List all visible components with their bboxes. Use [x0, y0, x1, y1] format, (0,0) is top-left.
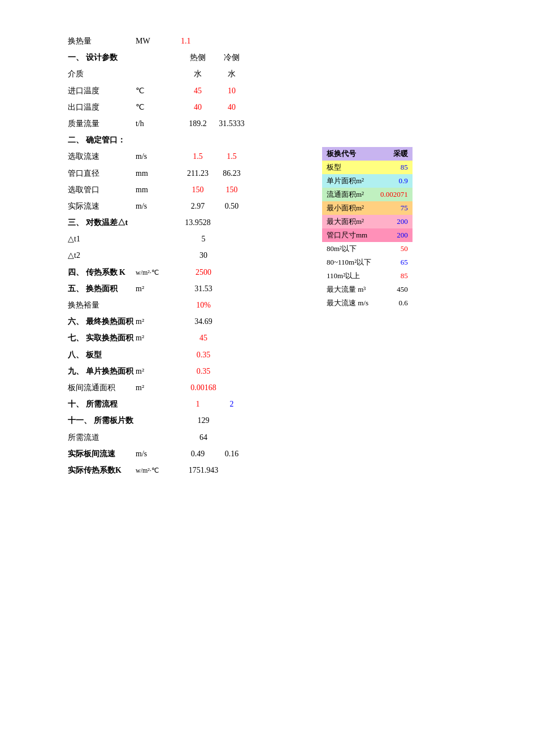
unit-flow-area: m² — [136, 381, 181, 395]
row-mass: 质量流量 t/h 189.2 31.5333 — [45, 116, 305, 131]
label-huanreliang: 换热量 — [68, 34, 136, 48]
rt-row-pipesize: 管口尺寸mm 200 — [322, 228, 413, 242]
row-flow-area: 板间流通面积 m² 0.00168 — [45, 381, 305, 395]
sec11-title: 十一、 所需板片数 — [68, 413, 136, 427]
label-sel-vel: 选取流速 — [68, 149, 136, 163]
row-sel-vel: 选取流速 m/s 1.5 1.5 — [45, 149, 305, 163]
row-act-k: 实际传热系数K w/m²·℃ 1751.943 — [45, 463, 305, 477]
val-sec8: 0.35 — [181, 348, 226, 362]
row-dt1: △t1 5 — [45, 232, 305, 246]
rt-label-minarea: 最小面积m² — [322, 201, 376, 215]
val-sel-pipe-hot: 150 — [181, 183, 215, 197]
val-act-vel-cold: 0.50 — [215, 199, 249, 213]
rt-row-80-110: 80~110m²以下 65 — [322, 256, 413, 269]
sec3-title: 三、 对数温差△t — [68, 215, 136, 230]
val-mass-hot: 189.2 — [181, 116, 215, 131]
unit-sec9: m² — [136, 364, 181, 378]
val-sec10-hot: 1 — [181, 397, 215, 411]
unit-inlet: ℃ — [136, 84, 181, 98]
row-sec5-title: 五、 换热面积 m² 31.53 — [45, 282, 305, 296]
row-channel: 所需流道 64 — [45, 430, 305, 444]
val-act-vel-hot: 2.97 — [181, 199, 215, 213]
label-margin: 换热裕量 — [68, 298, 136, 312]
label-mass: 质量流量 — [68, 116, 136, 131]
rt-row-flow: 流通面积m² 0.002071 — [322, 188, 413, 201]
rt-row-maxflow: 最大流量 m³ 450 — [322, 283, 413, 296]
rt-val-area: 0.9 — [376, 174, 413, 188]
val-sec5: 31.53 — [181, 282, 226, 296]
row-inlet: 进口温度 ℃ 45 10 — [45, 84, 305, 98]
unit-pipe-dia: mm — [136, 166, 181, 180]
val-sec4: 2500 — [181, 265, 226, 279]
val-inlet-cold: 10 — [215, 84, 249, 98]
rt-label-platetype: 板型 — [322, 161, 376, 174]
unit-sec4: w/m²·℃ — [136, 267, 181, 279]
rt-val-maxarea: 200 — [376, 215, 413, 228]
val-dt1: 5 — [181, 232, 226, 246]
row-act-plate-vel: 实际板间流速 m/s 0.49 0.16 — [45, 447, 305, 461]
label-outlet: 出口温度 — [68, 100, 136, 114]
right-table: 板换代号 采暖 板型 85 单片面积m² 0.9 流通面积m² 0.002071… — [322, 147, 413, 310]
unit-sec7: m² — [136, 331, 181, 345]
rt-label-80below: 80m²以下 — [322, 242, 376, 256]
rt-label-maxvel: 最大流速 m/s — [322, 296, 376, 310]
sec9-title: 九、 单片换热面积 — [68, 364, 136, 378]
label-medium: 介质 — [68, 67, 136, 81]
val-sel-pipe-cold: 150 — [215, 183, 249, 197]
unit-act-plate-vel: m/s — [136, 447, 181, 461]
val-channel: 64 — [181, 430, 226, 444]
row-act-vel: 实际流速 m/s 2.97 0.50 — [45, 199, 305, 213]
rt-label-area: 单片面积m² — [322, 174, 376, 188]
unit-mass: t/h — [136, 116, 181, 131]
rt-label-flow: 流通面积m² — [322, 188, 376, 201]
rt-val-maxvel: 0.6 — [376, 296, 413, 310]
val-sec6: 34.69 — [181, 314, 226, 329]
sec1-title: 一、 设计参数 — [68, 50, 136, 64]
row-sec10-title: 十、 所需流程 1 2 — [45, 397, 305, 411]
main-layout: 换热量 MW 1.1 一、 设计参数 热侧 冷侧 介质 水 水 进口温度 ℃ 4… — [45, 34, 511, 479]
label-sel-pipe: 选取管口 — [68, 183, 136, 197]
rt-val-minarea: 75 — [376, 201, 413, 215]
sec7-title: 七、 实取换热面积 — [68, 331, 136, 345]
val-sec11: 129 — [181, 413, 226, 427]
row-sec9-title: 九、 单片换热面积 m² 0.35 — [45, 364, 305, 378]
val-margin: 10% — [181, 298, 226, 312]
rt-val-maxflow: 450 — [376, 283, 413, 296]
row-sel-pipe: 选取管口 mm 150 150 — [45, 183, 305, 197]
unit-sec6: m² — [136, 314, 181, 329]
val-huanreliang: 1.1 — [181, 34, 215, 48]
val-mass-cold: 31.5333 — [215, 116, 249, 131]
row-pipe-dia: 管口直径 mm 211.23 86.23 — [45, 166, 305, 180]
row-medium: 介质 水 水 — [45, 67, 305, 81]
unit-act-k: w/m²·℃ — [136, 465, 181, 477]
sec8-title: 八、 板型 — [68, 348, 136, 362]
rt-val-110above: 85 — [376, 269, 413, 283]
val-sec7: 45 — [181, 331, 226, 345]
unit-act-vel: m/s — [136, 199, 181, 213]
rt-row-maxarea: 最大面积m² 200 — [322, 215, 413, 228]
val-flow-area: 0.00168 — [181, 381, 226, 395]
val-act-plate-vel-cold: 0.16 — [215, 447, 249, 461]
label-pipe-dia: 管口直径 — [68, 166, 136, 180]
unit-huanreliang: MW — [136, 34, 181, 48]
row-sec7-title: 七、 实取换热面积 m² 45 — [45, 331, 305, 345]
val-act-plate-vel-hot: 0.49 — [181, 447, 215, 461]
val-sec10-cold: 2 — [215, 397, 249, 411]
label-dt2: △t2 — [68, 248, 136, 262]
val-dt: 13.9528 — [181, 215, 215, 230]
unit-sec5: m² — [136, 282, 181, 296]
label-act-vel: 实际流速 — [68, 199, 136, 213]
val-medium-hot: 水 — [181, 67, 215, 81]
rt-row-maxvel: 最大流速 m/s 0.6 — [322, 296, 413, 310]
rt-val-pipesize: 200 — [376, 228, 413, 242]
rt-val-platetype: 85 — [376, 161, 413, 174]
left-panel: 换热量 MW 1.1 一、 设计参数 热侧 冷侧 介质 水 水 进口温度 ℃ 4… — [45, 34, 305, 479]
row-margin: 换热裕量 10% — [45, 298, 305, 312]
val-medium-cold: 水 — [215, 67, 249, 81]
val-pipe-dia-cold: 86.23 — [215, 166, 249, 180]
val-sel-vel-hot: 1.5 — [181, 149, 215, 163]
row-sec3-title: 三、 对数温差△t 13.9528 — [45, 215, 305, 230]
sec4-title: 四、 传热系数 K — [68, 265, 136, 279]
rt-val-80below: 50 — [376, 242, 413, 256]
unit-sel-vel: m/s — [136, 149, 181, 163]
